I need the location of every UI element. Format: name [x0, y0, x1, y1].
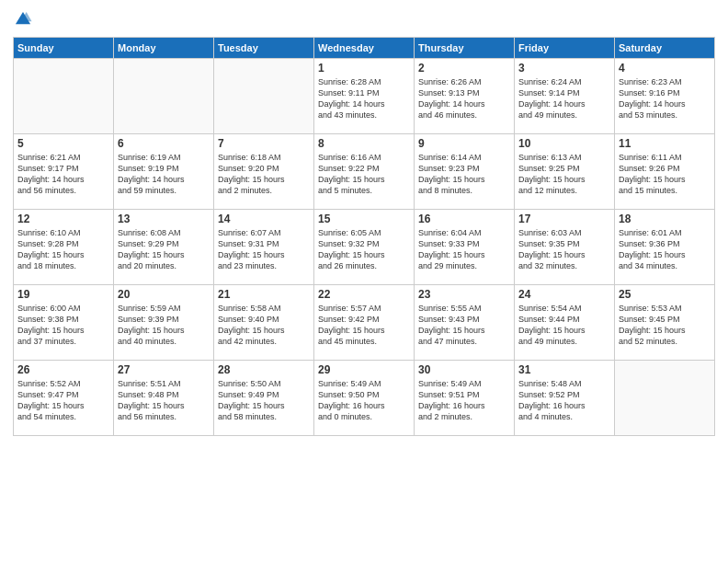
day-number: 12: [17, 213, 109, 225]
day-info: Sunrise: 6:08 AM Sunset: 9:29 PM Dayligh…: [118, 227, 210, 272]
day-number: 5: [17, 137, 109, 150]
day-info: Sunrise: 6:24 AM Sunset: 9:14 PM Dayligh…: [518, 76, 610, 121]
calendar-cell: 8Sunrise: 6:16 AM Sunset: 9:22 PM Daylig…: [314, 134, 415, 210]
day-number: 22: [318, 288, 410, 301]
day-info: Sunrise: 6:11 AM Sunset: 9:26 PM Dayligh…: [619, 152, 711, 197]
calendar-week-row: 5Sunrise: 6:21 AM Sunset: 9:17 PM Daylig…: [14, 134, 715, 210]
column-header-saturday: Saturday: [615, 38, 715, 59]
calendar-cell: 25Sunrise: 5:53 AM Sunset: 9:45 PM Dayli…: [615, 285, 715, 361]
column-header-sunday: Sunday: [14, 38, 114, 59]
day-info: Sunrise: 6:07 AM Sunset: 9:31 PM Dayligh…: [218, 227, 310, 272]
day-number: 8: [318, 137, 410, 150]
day-info: Sunrise: 6:05 AM Sunset: 9:32 PM Dayligh…: [318, 227, 410, 272]
day-number: 23: [418, 288, 510, 301]
day-info: Sunrise: 6:03 AM Sunset: 9:35 PM Dayligh…: [518, 227, 610, 272]
column-header-thursday: Thursday: [415, 38, 515, 59]
header: [13, 9, 715, 29]
calendar-cell: 11Sunrise: 6:11 AM Sunset: 9:26 PM Dayli…: [615, 134, 715, 210]
day-info: Sunrise: 6:10 AM Sunset: 9:28 PM Dayligh…: [17, 227, 109, 272]
day-info: Sunrise: 5:57 AM Sunset: 9:42 PM Dayligh…: [318, 303, 410, 348]
calendar-cell: 5Sunrise: 6:21 AM Sunset: 9:17 PM Daylig…: [14, 134, 114, 210]
day-number: 10: [518, 137, 610, 150]
calendar-cell: 15Sunrise: 6:05 AM Sunset: 9:32 PM Dayli…: [314, 210, 415, 285]
calendar-cell: 14Sunrise: 6:07 AM Sunset: 9:31 PM Dayli…: [214, 210, 314, 285]
day-number: 13: [118, 213, 210, 225]
calendar-cell: 3Sunrise: 6:24 AM Sunset: 9:14 PM Daylig…: [515, 59, 615, 134]
day-info: Sunrise: 6:01 AM Sunset: 9:36 PM Dayligh…: [619, 227, 711, 272]
day-number: 19: [17, 288, 109, 301]
day-info: Sunrise: 6:21 AM Sunset: 9:17 PM Dayligh…: [17, 152, 109, 197]
calendar-cell: 27Sunrise: 5:51 AM Sunset: 9:48 PM Dayli…: [114, 361, 214, 436]
column-header-friday: Friday: [515, 38, 615, 59]
day-number: 17: [518, 213, 610, 225]
calendar-cell: 1Sunrise: 6:28 AM Sunset: 9:11 PM Daylig…: [314, 59, 415, 134]
day-number: 26: [17, 363, 109, 376]
day-info: Sunrise: 6:00 AM Sunset: 9:38 PM Dayligh…: [17, 303, 109, 348]
calendar-cell: 29Sunrise: 5:49 AM Sunset: 9:50 PM Dayli…: [314, 361, 415, 436]
day-number: 31: [518, 363, 610, 376]
day-info: Sunrise: 5:50 AM Sunset: 9:49 PM Dayligh…: [218, 378, 310, 423]
day-number: 16: [418, 213, 510, 225]
day-number: 2: [418, 62, 510, 75]
day-number: 14: [218, 213, 310, 225]
day-info: Sunrise: 6:19 AM Sunset: 9:19 PM Dayligh…: [118, 152, 210, 197]
day-number: 7: [218, 137, 310, 150]
calendar-cell: 22Sunrise: 5:57 AM Sunset: 9:42 PM Dayli…: [314, 285, 415, 361]
calendar-week-row: 12Sunrise: 6:10 AM Sunset: 9:28 PM Dayli…: [14, 210, 715, 285]
day-number: 15: [318, 213, 410, 225]
calendar-cell: 30Sunrise: 5:49 AM Sunset: 9:51 PM Dayli…: [415, 361, 515, 436]
calendar-cell: [114, 59, 214, 134]
day-number: 1: [318, 62, 410, 75]
day-info: Sunrise: 6:28 AM Sunset: 9:11 PM Dayligh…: [318, 76, 410, 121]
calendar-table: SundayMondayTuesdayWednesdayThursdayFrid…: [13, 37, 715, 436]
logo: [13, 9, 37, 29]
calendar-cell: 7Sunrise: 6:18 AM Sunset: 9:20 PM Daylig…: [214, 134, 314, 210]
calendar-cell: 21Sunrise: 5:58 AM Sunset: 9:40 PM Dayli…: [214, 285, 314, 361]
calendar-cell: 10Sunrise: 6:13 AM Sunset: 9:25 PM Dayli…: [515, 134, 615, 210]
calendar-cell: [14, 59, 114, 134]
day-info: Sunrise: 5:48 AM Sunset: 9:52 PM Dayligh…: [518, 378, 610, 423]
calendar-cell: 23Sunrise: 5:55 AM Sunset: 9:43 PM Dayli…: [415, 285, 515, 361]
day-info: Sunrise: 5:53 AM Sunset: 9:45 PM Dayligh…: [619, 303, 711, 348]
calendar-week-row: 26Sunrise: 5:52 AM Sunset: 9:47 PM Dayli…: [14, 361, 715, 436]
day-info: Sunrise: 6:18 AM Sunset: 9:20 PM Dayligh…: [218, 152, 310, 197]
calendar-cell: 2Sunrise: 6:26 AM Sunset: 9:13 PM Daylig…: [415, 59, 515, 134]
day-info: Sunrise: 6:26 AM Sunset: 9:13 PM Dayligh…: [418, 76, 510, 121]
calendar-week-row: 19Sunrise: 6:00 AM Sunset: 9:38 PM Dayli…: [14, 285, 715, 361]
day-number: 24: [518, 288, 610, 301]
day-info: Sunrise: 6:23 AM Sunset: 9:16 PM Dayligh…: [619, 76, 711, 121]
day-number: 29: [318, 363, 410, 376]
day-number: 20: [118, 288, 210, 301]
calendar-cell: 13Sunrise: 6:08 AM Sunset: 9:29 PM Dayli…: [114, 210, 214, 285]
calendar-cell: 24Sunrise: 5:54 AM Sunset: 9:44 PM Dayli…: [515, 285, 615, 361]
day-info: Sunrise: 6:16 AM Sunset: 9:22 PM Dayligh…: [318, 152, 410, 197]
calendar-cell: 31Sunrise: 5:48 AM Sunset: 9:52 PM Dayli…: [515, 361, 615, 436]
calendar-cell: 12Sunrise: 6:10 AM Sunset: 9:28 PM Dayli…: [14, 210, 114, 285]
day-number: 28: [218, 363, 310, 376]
column-header-tuesday: Tuesday: [214, 38, 314, 59]
day-info: Sunrise: 5:54 AM Sunset: 9:44 PM Dayligh…: [518, 303, 610, 348]
day-info: Sunrise: 5:49 AM Sunset: 9:50 PM Dayligh…: [318, 378, 410, 423]
day-number: 4: [619, 62, 711, 75]
day-info: Sunrise: 5:52 AM Sunset: 9:47 PM Dayligh…: [17, 378, 109, 423]
calendar-cell: 16Sunrise: 6:04 AM Sunset: 9:33 PM Dayli…: [415, 210, 515, 285]
day-info: Sunrise: 5:58 AM Sunset: 9:40 PM Dayligh…: [218, 303, 310, 348]
calendar-cell: 20Sunrise: 5:59 AM Sunset: 9:39 PM Dayli…: [114, 285, 214, 361]
day-info: Sunrise: 5:51 AM Sunset: 9:48 PM Dayligh…: [118, 378, 210, 423]
calendar-cell: 19Sunrise: 6:00 AM Sunset: 9:38 PM Dayli…: [14, 285, 114, 361]
day-info: Sunrise: 6:04 AM Sunset: 9:33 PM Dayligh…: [418, 227, 510, 272]
calendar-week-row: 1Sunrise: 6:28 AM Sunset: 9:11 PM Daylig…: [14, 59, 715, 134]
column-header-monday: Monday: [114, 38, 214, 59]
day-number: 18: [619, 213, 711, 225]
day-number: 3: [518, 62, 610, 75]
day-info: Sunrise: 5:55 AM Sunset: 9:43 PM Dayligh…: [418, 303, 510, 348]
day-number: 25: [619, 288, 711, 301]
page: SundayMondayTuesdayWednesdayThursdayFrid…: [0, 0, 728, 563]
day-info: Sunrise: 5:49 AM Sunset: 9:51 PM Dayligh…: [418, 378, 510, 423]
calendar-cell: 26Sunrise: 5:52 AM Sunset: 9:47 PM Dayli…: [14, 361, 114, 436]
day-info: Sunrise: 5:59 AM Sunset: 9:39 PM Dayligh…: [118, 303, 210, 348]
day-number: 9: [418, 137, 510, 150]
calendar-cell: [615, 361, 715, 436]
calendar-cell: 18Sunrise: 6:01 AM Sunset: 9:36 PM Dayli…: [615, 210, 715, 285]
calendar-header-row: SundayMondayTuesdayWednesdayThursdayFrid…: [14, 38, 715, 59]
